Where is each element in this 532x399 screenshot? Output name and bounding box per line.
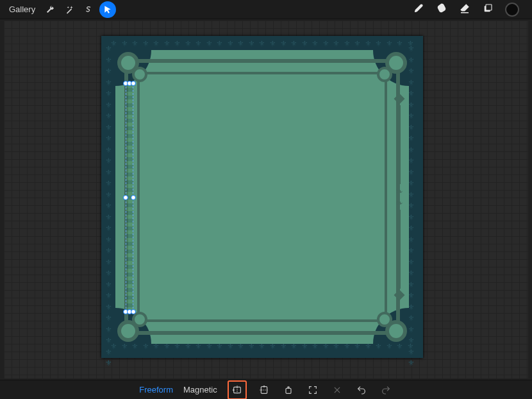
- layers-button[interactable]: [482, 3, 494, 17]
- inner-plate: ❧ ❧: [115, 50, 409, 344]
- gallery-button[interactable]: Gallery: [9, 4, 35, 14]
- smudge-icon: [436, 3, 447, 14]
- frame-inner-notch-tr: [377, 67, 392, 82]
- wrench-icon: [46, 5, 54, 14]
- rotate-button[interactable]: [281, 383, 295, 397]
- selection-tool-button[interactable]: [80, 1, 97, 18]
- fit-to-screen-button[interactable]: [306, 383, 320, 397]
- svg-rect-1: [486, 4, 492, 10]
- flip-vertical-icon: [259, 385, 269, 395]
- brush-button[interactable]: [413, 3, 424, 17]
- transform-bottom-toolbar: Freeform Magnetic: [0, 380, 532, 399]
- selection-s-icon: [84, 5, 93, 14]
- fit-icon: [308, 385, 318, 395]
- layers-icon: [482, 3, 494, 14]
- top-tool-group: [42, 1, 116, 18]
- handle-middle-right[interactable]: [131, 195, 136, 200]
- handle-top-right[interactable]: [131, 81, 136, 86]
- wand-icon: [65, 5, 74, 14]
- frame-inner-notch-br: [377, 312, 392, 327]
- adjustments-tool-button[interactable]: [61, 1, 78, 18]
- scroll-ornament-icon: ❧: [395, 187, 403, 196]
- transform-selection[interactable]: [126, 83, 133, 312]
- smudge-button[interactable]: [436, 3, 447, 17]
- top-right-group: [413, 3, 519, 17]
- transform-tool-button[interactable]: [99, 1, 116, 18]
- top-toolbar: Gallery: [0, 0, 532, 19]
- artwork-canvas[interactable]: ⚜⚜⚜⚜⚜⚜⚜⚜⚜⚜⚜⚜⚜⚜⚜⚜⚜⚜⚜⚜⚜⚜⚜⚜⚜⚜⚜⚜⚜ ⚜⚜⚜⚜⚜⚜⚜⚜⚜⚜…: [101, 36, 423, 358]
- color-picker-button[interactable]: [505, 3, 519, 17]
- handle-bottom-right[interactable]: [131, 309, 136, 314]
- undo-button[interactable]: [354, 383, 369, 397]
- flip-horizontal-button[interactable]: [230, 383, 244, 397]
- redo-button[interactable]: [379, 383, 393, 397]
- rotate-icon: [283, 385, 294, 395]
- reset-button[interactable]: [330, 383, 344, 397]
- eraser-icon: [459, 3, 470, 14]
- canvas-stage[interactable]: ⚜⚜⚜⚜⚜⚜⚜⚜⚜⚜⚜⚜⚜⚜⚜⚜⚜⚜⚜⚜⚜⚜⚜⚜⚜⚜⚜⚜⚜ ⚜⚜⚜⚜⚜⚜⚜⚜⚜⚜…: [4, 21, 528, 378]
- freeform-mode-button[interactable]: Freeform: [139, 385, 173, 395]
- flip-vertical-button[interactable]: [257, 383, 271, 397]
- frame-inner-notch-tl: [132, 67, 147, 82]
- frame-inner: [137, 72, 387, 322]
- redo-icon: [381, 385, 391, 395]
- eraser-button[interactable]: [459, 3, 470, 17]
- handle-middle-left[interactable]: [123, 195, 128, 200]
- magnetic-mode-button[interactable]: Magnetic: [183, 385, 217, 395]
- undo-icon: [356, 385, 367, 395]
- actions-tool-button[interactable]: [42, 1, 58, 18]
- svg-rect-5: [286, 388, 291, 393]
- side-divider-right: ❧ ❧: [396, 95, 403, 299]
- scroll-ornament-icon: ❧: [395, 198, 403, 207]
- close-x-icon: [333, 386, 342, 395]
- flip-horizontal-icon: [232, 385, 242, 395]
- arrow-cursor-icon: [103, 5, 112, 14]
- brush-icon: [413, 3, 424, 14]
- tutorial-highlight: [228, 380, 247, 400]
